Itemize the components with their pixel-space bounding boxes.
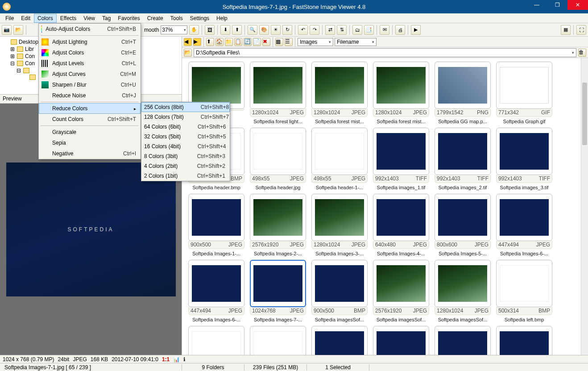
thumbnail[interactable]: 992x1403TIFFSoftpedia images_2.tif: [434, 128, 492, 190]
submenu-item[interactable]: 2 Colors (1bit)Ctrl+Shift+1: [141, 171, 230, 181]
thumbnail[interactable]: [372, 326, 430, 355]
layout-icon[interactable]: ▦: [561, 25, 571, 35]
submenu-item[interactable]: 16 Colors (4bit)Ctrl+Shift+4: [141, 142, 230, 151]
thumbnail[interactable]: 2576x1920JPEGSoftpedia imagesSof...: [372, 260, 430, 322]
maximize-button[interactable]: ❐: [547, 0, 567, 10]
tool-icon[interactable]: 🎨: [259, 25, 269, 35]
thumbnail[interactable]: [495, 326, 553, 355]
up-icon[interactable]: ⬆: [206, 38, 214, 46]
histogram-icon[interactable]: 📊: [173, 356, 180, 363]
menu-item-sepia[interactable]: Sepia: [39, 138, 141, 148]
view-icon[interactable]: ☰: [285, 38, 293, 46]
flip-v-icon[interactable]: ⇅: [337, 25, 347, 35]
thumbnail[interactable]: 447x494JPEGSoftpedia Images-6-...: [187, 260, 245, 322]
tool-icon[interactable]: ↻: [282, 25, 292, 35]
thumbnail[interactable]: 1024x768JPEGSoftpedia Images-7-...: [249, 260, 307, 322]
tool-icon[interactable]: 🔄: [244, 38, 252, 46]
email-icon[interactable]: ✉: [380, 25, 389, 35]
close-button[interactable]: ✕: [567, 0, 588, 10]
thumbnail[interactable]: 447x494JPEGSoftpedia Images-6-...: [495, 194, 553, 256]
menu-item-reduce-noise[interactable]: Reduce NoiseCtrl+J: [39, 90, 141, 101]
thumbnail[interactable]: 1280x1024JPEGSoftpedia Images-3-...: [311, 194, 369, 256]
thumbnail[interactable]: 992x1403TIFFSoftpedia images_1.tif: [372, 128, 430, 190]
menu-settings[interactable]: Settings: [186, 14, 213, 23]
thumbnail[interactable]: 900x500JPEGSoftpedia Images-1-...: [187, 194, 245, 256]
scrollbar[interactable]: [581, 58, 588, 355]
submenu-item[interactable]: 8 Colors (3bit)Ctrl+Shift+3: [141, 151, 230, 161]
menu-item-count-colors[interactable]: Count ColorsCtrl+Shift+T: [39, 114, 141, 125]
thumbnail[interactable]: 992x1403TIFFSoftpedia images_3.tif: [495, 128, 553, 190]
tool-icon[interactable]: 🗂: [352, 25, 362, 35]
menu-item-adjust-levels[interactable]: Adjust LevelsCtrl+L: [39, 58, 141, 69]
thumbnail[interactable]: 1280x1024JPEGSoftpedia imagesSof...: [434, 260, 492, 322]
menu-favorites[interactable]: Favorites: [114, 14, 143, 23]
thumbnail[interactable]: 1799x1542PNGSoftpedia GG map.p...: [434, 62, 492, 124]
flip-h-icon[interactable]: ⇄: [325, 25, 335, 35]
thumbnail[interactable]: 900x500BMPSoftpedia imagesSof...: [311, 260, 369, 322]
acquire-icon[interactable]: 📷: [2, 25, 12, 35]
tool-icon[interactable]: 🖼: [205, 25, 215, 35]
menu-file[interactable]: File: [2, 14, 17, 23]
thumbnail[interactable]: [434, 326, 492, 355]
minimize-button[interactable]: —: [526, 0, 547, 10]
thumbnail[interactable]: 800x600JPEGSoftpedia Images-5-...: [434, 194, 492, 256]
menu-item-adjust-colors[interactable]: Adjust ColorsCtrl+E: [39, 47, 141, 58]
thumbnail[interactable]: 500x314BMPSoftpedia left.bmp: [495, 260, 553, 322]
rotate-left-icon[interactable]: ↶: [298, 25, 308, 35]
menu-item-adjust-lighting[interactable]: Adjust LightingCtrl+T: [39, 37, 141, 47]
back-icon[interactable]: ◀: [184, 38, 192, 46]
menu-effects[interactable]: Effects: [57, 14, 80, 23]
home-icon[interactable]: 🏠: [215, 38, 224, 46]
tool-icon[interactable]: 🔍: [248, 25, 257, 35]
thumbnail[interactable]: [311, 326, 369, 355]
tool-icon[interactable]: ⬇: [220, 25, 230, 35]
tool-icon[interactable]: ⬆: [232, 25, 242, 35]
zoom-combo[interactable]: 37%▾: [161, 25, 187, 34]
view-icon[interactable]: ▦: [275, 38, 283, 46]
thumbnail[interactable]: 2576x1920JPEGSoftpedia Images-2-...: [249, 194, 307, 256]
menu-item-negative[interactable]: NegativeCtrl+I: [39, 148, 141, 159]
scrollbar-thumb[interactable]: [582, 83, 587, 145]
open-icon[interactable]: 📂: [13, 25, 23, 35]
thumbnail-grid[interactable]: 1280x1024JPEGSoftpedia forest light...12…: [182, 58, 588, 355]
delete-icon[interactable]: ✖: [262, 38, 270, 46]
menu-edit[interactable]: Edit: [17, 14, 34, 23]
thumbnail[interactable]: 498x55JPEGSoftpedia header-1-...: [311, 128, 369, 190]
menu-item-adjust-curves[interactable]: Adjust CurvesCtrl+M: [39, 69, 141, 79]
menu-item-grayscale[interactable]: Grayscale: [39, 127, 141, 138]
thumbnail[interactable]: 640x480JPEGSoftpedia Images-4-...: [372, 194, 430, 256]
forward-icon[interactable]: ▶: [193, 38, 201, 46]
slideshow-icon[interactable]: ▶: [411, 25, 421, 35]
submenu-item[interactable]: 32 Colors (5bit)Ctrl+Shift+5: [141, 132, 230, 142]
thumbnail[interactable]: [249, 326, 307, 355]
submenu-item[interactable]: 64 Colors (6bit)Ctrl+Shift+6: [141, 122, 230, 132]
sort-combo[interactable]: Filename▾: [335, 38, 377, 46]
thumbnail[interactable]: 1280x1024JPEGSoftpedia forest mist...: [311, 62, 369, 124]
tool-icon[interactable]: ☀: [271, 25, 281, 35]
menu-create[interactable]: Create: [144, 14, 167, 23]
tool-icon[interactable]: 📋: [234, 38, 242, 46]
path-input[interactable]: D:\Softpedia Files\▾: [194, 48, 576, 57]
filter-combo[interactable]: Images▾: [298, 38, 333, 46]
rotate-right-icon[interactable]: ↷: [310, 25, 319, 35]
submenu-item[interactable]: 256 Colors (8bit)Ctrl+Shift+8: [141, 102, 230, 112]
info-icon[interactable]: ℹ: [183, 356, 186, 363]
tool-icon[interactable]: 📄: [253, 38, 261, 46]
trash-icon[interactable]: 🗑: [578, 49, 586, 57]
thumbnail[interactable]: 1280x1024JPEGSoftpedia forest mist...: [372, 62, 430, 124]
thumbnail[interactable]: 498x55JPEGSoftpedia header.jpg: [249, 128, 307, 190]
submenu-item[interactable]: 4 Colors (2bit)Ctrl+Shift+2: [141, 161, 230, 171]
menu-item-sharpen-blur[interactable]: Sharpen / BlurCtrl+U: [39, 79, 141, 90]
fullscreen-icon[interactable]: ⛶: [576, 25, 586, 35]
tool-icon[interactable]: 📑: [364, 25, 374, 35]
menu-item-reduce-colors[interactable]: Reduce Colors▸: [39, 103, 141, 114]
hand-tool-icon[interactable]: ✋: [189, 25, 199, 35]
menu-view[interactable]: View: [80, 14, 99, 23]
menu-help[interactable]: Help: [213, 14, 231, 23]
menu-item-auto-adjust-colors[interactable]: Auto-Adjust ColorsCtrl+Shift+B: [39, 24, 141, 34]
submenu-item[interactable]: 128 Colors (7bit)Ctrl+Shift+7: [141, 112, 230, 122]
menu-tag[interactable]: Tag: [99, 14, 114, 23]
thumbnail[interactable]: 771x342GIFSoftpedia Graph.gif: [495, 62, 553, 124]
thumbnail[interactable]: [187, 326, 245, 355]
thumbnail[interactable]: 1280x1024JPEGSoftpedia forest light...: [249, 62, 307, 124]
